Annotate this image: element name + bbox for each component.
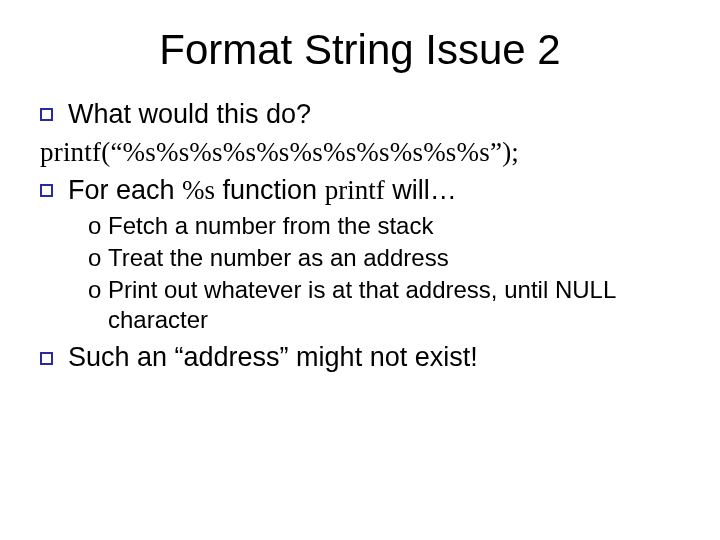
bullet-item-2: For each %s function printf will… [40, 174, 680, 208]
bullet-item-3: Such an “address” might not exist! [40, 341, 680, 375]
printf-call-text: printf(“%s%s%s%s%s%s%s%s%s%s%s”); [40, 137, 519, 167]
bullet-1-text: What would this do? [68, 99, 311, 129]
o-bullet-icon: o [88, 275, 101, 305]
slide-title: Format String Issue 2 [40, 26, 680, 74]
bullet-2-mid: function [215, 175, 325, 205]
bullet-2-suffix: will… [385, 175, 457, 205]
sub-item-1: o Fetch a number from the stack [88, 211, 680, 241]
o-bullet-icon: o [88, 243, 101, 273]
o-bullet-icon: o [88, 211, 101, 241]
sub-2-text: Treat the number as an address [108, 244, 449, 271]
bullet-list: What would this do? printf(“%s%s%s%s%s%s… [40, 98, 680, 375]
bullet-3-text: Such an “address” might not exist! [68, 342, 478, 372]
sub-item-3: o Print out whatever is at that address,… [88, 275, 680, 335]
percent-s-token: %s [182, 175, 215, 205]
square-bullet-icon [40, 352, 53, 365]
slide-body: What would this do? printf(“%s%s%s%s%s%s… [40, 98, 680, 375]
sub-1-text: Fetch a number from the stack [108, 212, 433, 239]
square-bullet-icon [40, 108, 53, 121]
sub-bullet-list: o Fetch a number from the stack o Treat … [40, 211, 680, 335]
bullet-item-1: What would this do? [40, 98, 680, 132]
bullet-2-prefix: For each [68, 175, 182, 205]
printf-token: printf [325, 175, 385, 205]
square-bullet-icon [40, 184, 53, 197]
slide: Format String Issue 2 What would this do… [0, 0, 720, 540]
sub-3-text: Print out whatever is at that address, u… [108, 276, 615, 333]
sub-item-2: o Treat the number as an address [88, 243, 680, 273]
code-line: printf(“%s%s%s%s%s%s%s%s%s%s%s”); [40, 136, 680, 170]
